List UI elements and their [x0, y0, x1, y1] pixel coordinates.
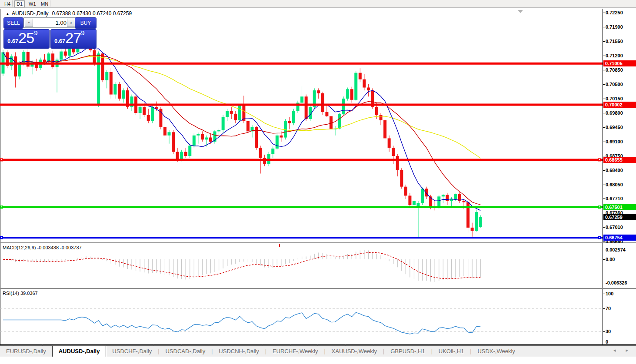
- buy-price-prefix: 0.67: [54, 38, 65, 44]
- panel-separator[interactable]: [0, 288, 636, 289]
- one-click-trade-panel: SELL ▼ ▲ BUY 0.67259 0.67279: [3, 17, 97, 54]
- sell-price-prefix: 0.67: [7, 38, 18, 44]
- toolbar-separator: [50, 0, 50, 7]
- sell-price-button[interactable]: 0.67259: [3, 29, 50, 49]
- rsi-axis-label: 100: [606, 291, 613, 296]
- buy-price-big-digits: 27: [65, 30, 81, 46]
- chart-tab-eurchf-weekly[interactable]: EURCHF-,Weekly: [266, 346, 324, 357]
- timeframe-toolbar: H4D1W1MN: [0, 0, 636, 8]
- timeframe-button-d1[interactable]: D1: [14, 0, 25, 7]
- macd-axis-label: -0.006326: [606, 280, 627, 285]
- axis-tick: [603, 156, 605, 156]
- toolbar-separator: [12, 0, 13, 7]
- macd-axis-label: 0.00: [606, 257, 615, 262]
- sell-price-big-digits: 25: [18, 30, 34, 46]
- line-price-label: 0.70002: [603, 102, 636, 108]
- volume-decrease-button[interactable]: ▼: [25, 19, 33, 27]
- moving-average-8: [3, 47, 480, 210]
- horizontal-line-0.68655[interactable]: [0, 158, 603, 161]
- rsi-axis-tick: [603, 308, 605, 309]
- axis-tick: [603, 213, 605, 213]
- axis-tick-label: 0.69800: [606, 110, 623, 116]
- macd-axis-tick: [603, 259, 605, 260]
- chart-tab-usdcad-daily[interactable]: USDCAD-,Daily: [159, 346, 211, 357]
- moving-average-18: [3, 52, 480, 205]
- axis-tick-label: 0.71200: [606, 53, 623, 58]
- timeframe-button-mn[interactable]: MN: [39, 0, 50, 7]
- axis-tick-label: 0.68400: [606, 168, 623, 173]
- chart-tab-gbpusd-h1[interactable]: GBPUSD-,H1: [384, 346, 431, 357]
- axis-tick-label: 0.68050: [606, 182, 623, 187]
- chart-shift-marker-icon[interactable]: [518, 10, 523, 13]
- buy-button[interactable]: BUY: [75, 17, 97, 29]
- macd-axis-tick: [603, 250, 605, 250]
- axis-tick-label: 0.71900: [606, 24, 623, 30]
- chart-tab-bar: EURUSD-,DailyAUDUSD-,DailyUSDCHF-,Daily|…: [0, 345, 636, 357]
- buy-price-pip-digit: 9: [81, 29, 84, 36]
- axis-tick: [603, 185, 605, 185]
- sell-button[interactable]: SELL: [3, 17, 23, 29]
- chart-window[interactable]: ▲AUDUSD-,Daily0.67388 0.67430 0.67240 0.…: [0, 8, 636, 353]
- axis-tick: [603, 41, 605, 42]
- timeframe-button-w1[interactable]: W1: [27, 0, 38, 7]
- chart-tab-usdchf-daily[interactable]: USDCHF-,Daily: [106, 346, 158, 357]
- chart-tab-audusd-daily[interactable]: AUDUSD-,Daily: [52, 346, 107, 357]
- axis-tick: [603, 242, 605, 242]
- macd-axis-label: 0.002574: [606, 247, 626, 252]
- current-price-label: 0.67259: [603, 214, 636, 220]
- rsi-axis-tick: [603, 331, 605, 332]
- axis-tick-label: 0.70150: [606, 96, 623, 101]
- panel-separator[interactable]: [0, 242, 636, 243]
- rsi-axis-tick: [603, 342, 605, 342]
- line-price-label: 0.66754: [603, 235, 636, 241]
- chart-tab-eurusd-daily[interactable]: EURUSD-,Daily: [0, 346, 52, 357]
- chart-tab-ukoil-h1[interactable]: UKOil-,H1: [433, 346, 470, 357]
- rsi-label: RSI(14) 39.0367: [3, 291, 38, 296]
- macd-indicator-panel[interactable]: [0, 244, 603, 288]
- axis-tick-label: 0.69100: [606, 139, 623, 144]
- chart-tab-usdcnh-daily[interactable]: USDCNH-,Daily: [213, 346, 265, 357]
- rsi-axis-tick: [603, 294, 605, 294]
- volume-input[interactable]: [33, 18, 67, 27]
- rsi-axis-label: 30: [606, 329, 611, 334]
- volume-box: ▼ ▲: [23, 17, 77, 28]
- axis-tick-label: 0.69450: [606, 125, 623, 130]
- rsi-indicator-panel[interactable]: [0, 289, 603, 344]
- macd-label: MACD(12,26,9) -0.003438 -0.003737: [3, 245, 82, 250]
- axis-tick: [603, 70, 605, 70]
- tab-scroll-arrows[interactable]: ◂ ▸: [613, 347, 633, 353]
- axis-tick: [603, 170, 605, 171]
- buy-price-button[interactable]: 0.67279: [50, 29, 97, 49]
- axis-tick: [603, 127, 605, 128]
- axis-tick-label: 0.67010: [606, 225, 623, 230]
- chart-tab-xauusd-weekly[interactable]: XAUUSD-,Weekly: [326, 346, 383, 357]
- axis-tick-label: 0.72250: [606, 10, 623, 15]
- line-price-label: 0.67501: [603, 204, 636, 210]
- volume-increase-button[interactable]: ▲: [67, 19, 75, 27]
- axis-tick-label: 0.71550: [606, 39, 623, 44]
- axis-tick: [603, 56, 605, 56]
- line-price-label: 0.71005: [603, 60, 636, 66]
- chart-tab-usdx-weekly[interactable]: USDX-,Weekly: [471, 346, 521, 357]
- rsi-axis-label: 70: [606, 306, 611, 311]
- sell-price-pip-digit: 9: [34, 29, 37, 36]
- axis-tick-label: 0.67710: [606, 196, 623, 201]
- rsi-line: [3, 312, 480, 334]
- axis-tick: [603, 99, 605, 99]
- horizontal-line-0.66754[interactable]: [0, 236, 603, 239]
- axis-tick: [603, 27, 605, 27]
- axis-tick: [603, 199, 605, 199]
- line-price-label: 0.68655: [603, 157, 636, 163]
- horizontal-line-0.67501[interactable]: [0, 205, 603, 208]
- axis-tick-label: 0.70500: [606, 82, 623, 87]
- axis-tick: [603, 13, 605, 13]
- axis-tick: [603, 113, 605, 113]
- macd-signal-line: [3, 252, 480, 279]
- price-axis-line: [603, 9, 603, 345]
- axis-tick: [603, 84, 605, 85]
- axis-tick-label: 0.70850: [606, 67, 623, 73]
- axis-tick: [603, 142, 605, 142]
- macd-axis-tick: [603, 283, 605, 283]
- axis-tick: [603, 227, 605, 228]
- timeframe-button-h4[interactable]: H4: [2, 0, 13, 7]
